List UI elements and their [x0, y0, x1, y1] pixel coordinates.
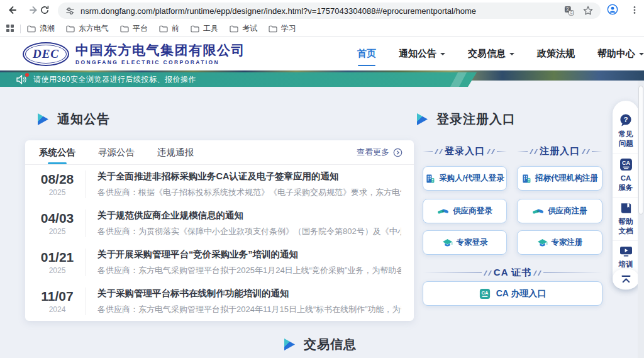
login-section-title: 登录注册入口 [417, 111, 516, 128]
back-icon[interactable] [6, 4, 18, 16]
nav-notices[interactable]: 通知公告 [399, 37, 445, 70]
ca-cert-label: CA 证书 [494, 267, 531, 279]
folder-icon [159, 25, 168, 33]
browser-menu-icon[interactable] [629, 4, 640, 16]
bookmark-folder[interactable]: 工具 [191, 23, 218, 34]
folder-icon [66, 25, 75, 33]
supplier-register-button[interactable]: 供应商注册 [517, 199, 602, 223]
speaker-icon [16, 75, 28, 84]
bookmark-folder[interactable]: 平台 [120, 23, 148, 34]
bookmark-folder[interactable]: 东方电气 [66, 23, 109, 34]
page-scrollbar[interactable] [638, 81, 644, 358]
profile-avatar-icon[interactable] [607, 4, 618, 15]
section-title-text: 交易信息 [304, 336, 357, 353]
tab-sourcing-notices[interactable]: 寻源公告 [98, 140, 135, 164]
apps-grid-icon[interactable] [6, 25, 15, 33]
notice-list-item[interactable]: 08/28 2025 关于全面推进非招标采购业务CA认证及电子签章应用的通知 各… [25, 165, 414, 204]
agency-register-button[interactable]: 招标代理机构注册 [517, 166, 602, 191]
notice-summary: 各供应商：为贯彻落实《保障中小企业款项支付条例》（国务院令第802号）及《中小企… [97, 226, 401, 237]
notice-title[interactable]: 关于规范供应商企业规模信息的通知 [97, 210, 401, 221]
login-entry-label: 登录入口 [445, 145, 485, 157]
bookmark-folder[interactable]: 浪潮 [27, 23, 55, 34]
company-logo[interactable]: DEC 中国东方电气集团有限公司 DONGFANG ELECTRIC CORPO… [23, 42, 245, 66]
ca-service-shortcut[interactable]: CA CA 服务 [613, 153, 639, 197]
bookmarks-divider [20, 25, 21, 33]
translate-icon[interactable]: 文G [564, 6, 574, 16]
divider [592, 151, 602, 152]
bookmark-star-icon[interactable] [583, 6, 593, 16]
nav-help-center[interactable]: 帮助中心 [597, 37, 644, 70]
site-settings-icon[interactable] [65, 6, 75, 16]
notice-list-item[interactable]: 01/21 2025 关于开展采购管理平台“竞价采购业务”培训的通知 各供应商：… [25, 243, 414, 282]
scrollbar-thumb[interactable] [638, 86, 643, 215]
nav-policies[interactable]: 政策法规 [537, 37, 575, 70]
back-to-top-button[interactable] [613, 269, 639, 289]
main-nav: 首页 通知公告 交易信息 政策法规 帮助中心 [357, 37, 644, 70]
svg-text:CA: CA [622, 160, 630, 166]
notice-list-item[interactable]: 11/07 2024 关于采购管理平台标书在线制作功能培训的通知 各供应商：东方… [25, 282, 414, 321]
handshake-icon [437, 207, 449, 216]
reload-icon[interactable] [39, 4, 50, 16]
url-bar[interactable]: nsrm.dongfang.com/platform/runtime/epp/d… [58, 3, 601, 19]
notice-list-item[interactable]: 04/03 2025 关于规范供应商企业规模信息的通知 各供应商：为贯彻落实《保… [25, 204, 414, 243]
section-title-text: 登录注册入口 [436, 111, 516, 128]
tab-violation-reports[interactable]: 违规通报 [157, 140, 194, 164]
divider [517, 151, 528, 152]
bookmark-folder[interactable]: 前 [159, 23, 179, 34]
bookmark-folder[interactable]: 考试 [230, 23, 257, 34]
question-bubble-icon: ? [619, 113, 633, 127]
login-entry-header: 登录入口 [423, 145, 507, 157]
quick-access-sidebar: ? 常见 问题 CA CA 服务 帮助 文档 培训 视频 [613, 101, 639, 290]
divider [423, 272, 482, 274]
video-player-icon [619, 245, 633, 257]
ca-badge-icon: CA [619, 158, 633, 171]
notice-title[interactable]: 关于开展采购管理平台“竞价采购业务”培训的通知 [97, 249, 401, 260]
purchaser-agent-login-button[interactable]: 采购人/代理人登录 [423, 166, 507, 191]
site-header: DEC 中国东方电气集团有限公司 DONGFANG ELECTRIC CORPO… [0, 37, 644, 70]
svg-text:CA: CA [481, 290, 489, 296]
nav-home[interactable]: 首页 [357, 37, 376, 70]
notice-title[interactable]: 关于采购管理平台标书在线制作功能培训的通知 [97, 288, 401, 299]
expert-register-button[interactable]: 专家注册 [517, 230, 602, 255]
notice-date: 08/28 2025 [38, 172, 77, 197]
notice-summary: 各供应商：根据《电子招标投标系统技术规范》《电子采购交易规范》要求，东方电气采购… [97, 187, 401, 198]
building-icon [425, 174, 435, 184]
faq-shortcut[interactable]: ? 常见 问题 [613, 109, 639, 153]
ca-apply-button[interactable]: CA CA 办理入口 [423, 281, 602, 306]
building-icon [521, 174, 531, 184]
chevron-down-icon [639, 53, 644, 58]
divider [543, 272, 602, 274]
handshake-icon [532, 207, 544, 216]
notices-section-title: 通知公告 [38, 111, 110, 128]
bookmark-label: 前 [172, 23, 179, 34]
supplier-login-button[interactable]: 供应商登录 [423, 199, 507, 223]
notices-card: 系统公告 寻源公告 违规通报 查看更多 08/28 2025 关于全面推进非招标… [25, 140, 414, 321]
svg-text:G: G [570, 11, 573, 14]
tab-system-notices[interactable]: 系统公告 [39, 140, 75, 164]
chevron-down-icon [509, 53, 514, 58]
folder-icon [27, 25, 36, 33]
bookmark-label: 浪潮 [40, 23, 55, 34]
view-more-link[interactable]: 查看更多 [357, 140, 402, 164]
ca-cert-header: CA 证书 [423, 267, 602, 279]
section-arrow-icon [284, 338, 295, 350]
bookmark-folder[interactable]: 学习 [269, 23, 296, 34]
forward-icon[interactable] [28, 4, 40, 16]
company-name-cn: 中国东方电气集团有限公司 [75, 43, 245, 57]
browser-notice-ribbon: 请使用360安全浏览器进行后续投标、报价操作 [0, 72, 477, 87]
company-name-en: DONGFANG ELECTRIC CORPORATION [75, 59, 245, 65]
ca-badge-icon: CA [479, 288, 491, 299]
bookmarks-bar: 浪潮 东方电气 平台 前 工具 考试 学习 [0, 21, 644, 37]
help-docs-shortcut[interactable]: 帮助 文档 [613, 197, 639, 240]
nav-trade-info[interactable]: 交易信息 [468, 37, 514, 70]
folder-icon [191, 25, 199, 33]
divider [423, 151, 433, 152]
section-title-text: 通知公告 [57, 111, 110, 128]
arrow-up-icon [621, 275, 631, 283]
url-text[interactable]: nsrm.dongfang.com/platform/runtime/epp/d… [80, 6, 564, 16]
section-arrow-icon [38, 113, 48, 125]
notice-summary: 各供应商：东方电气采购管理平台拟于2025年1月24日上线“竞价采购”业务，为帮… [97, 265, 401, 276]
notice-date: 04/03 2025 [38, 211, 77, 236]
notice-title[interactable]: 关于全面推进非招标采购业务CA认证及电子签章应用的通知 [97, 171, 401, 182]
expert-login-button[interactable]: 专家登录 [423, 230, 507, 255]
